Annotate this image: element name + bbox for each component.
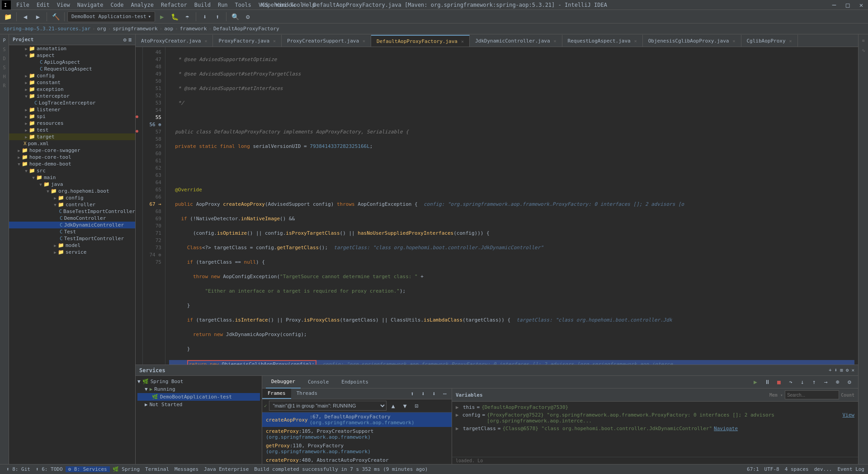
tree-DemoController[interactable]: C DemoController [9, 215, 135, 222]
step-into-icon[interactable]: ↓ [797, 377, 807, 387]
status-terminal[interactable]: Terminal [142, 466, 172, 472]
status-event-log[interactable]: Event Log [837, 466, 864, 472]
thread-up-icon[interactable]: ▲ [388, 401, 398, 411]
breadcrumb-jar[interactable]: spring-aop-5.3.21-sources.jar [4, 26, 90, 32]
project-view-button[interactable]: 📁 [2, 11, 14, 23]
tree-spi[interactable]: ▶ 📁 spi [9, 113, 135, 120]
breadcrumb-org[interactable]: org [97, 26, 106, 32]
tree-interceptor[interactable]: ▼ 📁 interceptor [9, 93, 135, 100]
expand-icon[interactable]: ▶ [456, 412, 461, 418]
status-branch[interactable]: dev... [814, 466, 832, 472]
close-services-icon[interactable]: ✕ [851, 367, 854, 373]
status-spring[interactable]: 🌿 Spring [110, 466, 142, 472]
tab-AtoProxyCreator[interactable]: AtoProxyCreator.java ✕ [136, 35, 213, 47]
pin-icon[interactable]: ⬇ [418, 389, 428, 398]
tab-debugger[interactable]: Debugger [266, 376, 301, 389]
services-app-item[interactable]: 🌿 DemoBootApplication-test [137, 393, 260, 401]
tab-threads[interactable]: Threads [291, 389, 323, 399]
project-settings-icon[interactable]: ⚙ [123, 37, 127, 43]
breadcrumb-framework[interactable]: framework [180, 26, 207, 32]
tab-close-icon[interactable]: ✕ [789, 38, 792, 43]
status-encoding[interactable]: UTF-8 [764, 466, 779, 472]
restservices-icon[interactable]: R [0, 81, 9, 90]
copy-icon[interactable]: ⬆ [407, 389, 417, 398]
menu-file[interactable]: File [13, 0, 33, 10]
tab-close-icon[interactable]: ✕ [363, 38, 365, 43]
tree-main[interactable]: ▼ 📁 main [9, 174, 135, 181]
resume-icon[interactable]: ▶ [750, 377, 760, 387]
status-java-enterprise[interactable]: Java Enterprise [201, 466, 251, 472]
frame-item-0[interactable]: createAopProxy:67, DefaultAopProxyFactor… [262, 412, 452, 427]
tree-service[interactable]: ▶ 📁 service [9, 249, 135, 256]
tree-config2[interactable]: ▶ 📁 config [9, 194, 135, 201]
tab-close-icon[interactable]: ✕ [634, 38, 637, 43]
menu-analyze[interactable]: Analyze [127, 0, 157, 10]
tree-Test[interactable]: C Test [9, 228, 135, 235]
tab-console[interactable]: Console [302, 376, 334, 389]
soview-icon[interactable]: S [0, 63, 9, 71]
services-running-group[interactable]: ▼ ▶ Running [137, 385, 260, 393]
run-configuration-selector[interactable]: DemoBoot Application-test ▾ [67, 11, 155, 22]
db-icon[interactable]: D [0, 54, 9, 62]
tab-close-icon[interactable]: ✕ [273, 38, 276, 43]
group-icon[interactable]: ⊞ [840, 367, 843, 373]
tree-constant[interactable]: ▶ 📁 constant [9, 79, 135, 86]
tree-hope-demo-boot[interactable]: ▼ 📁 hope-demo-boot [9, 161, 135, 167]
tab-ProxyCreatorSupport[interactable]: ProxyCreatorSupport.java ✕ [282, 35, 371, 47]
git-push-button[interactable]: ⬆ [212, 11, 223, 23]
breadcrumb-springframework[interactable]: springframework [113, 26, 157, 32]
settings-icon[interactable]: ⚙ [844, 377, 854, 387]
tab-endpoints[interactable]: Endpoints [336, 376, 374, 389]
tree-java[interactable]: ▼ 📁 java [9, 181, 135, 188]
tree-BaseTestImportController[interactable]: C BaseTestImportController [9, 208, 135, 215]
tree-model[interactable]: ▶ 📁 model [9, 242, 135, 249]
status-todo[interactable]: ⬆ 6: TODO [33, 466, 66, 472]
expand-icon[interactable]: ▶ [456, 426, 461, 431]
right-icon-1[interactable]: ≡ [859, 36, 868, 44]
tree-aspect[interactable]: ▼ 📁 aspect [9, 52, 135, 59]
thread-filter-icon[interactable]: ⊡ [412, 401, 422, 411]
tab-close-icon[interactable]: ✕ [204, 38, 207, 43]
tree-target[interactable]: ▶ 📁 target [9, 133, 135, 140]
var-targetClass[interactable]: ▶ targetClass = {Class@6578} "class org.… [454, 425, 856, 432]
thread-down-icon[interactable]: ▼ [400, 401, 410, 411]
run-button[interactable]: ▶ [156, 11, 168, 23]
evaluate-icon[interactable]: ⊕ [833, 377, 843, 387]
step-over-icon[interactable]: ↷ [786, 377, 796, 387]
tree-annotation[interactable]: ▶ 📁 annotation [9, 45, 135, 52]
run-to-cursor-icon[interactable]: → [821, 377, 831, 387]
filter-frames-icon[interactable]: ⬇ [429, 389, 439, 398]
git-update-button[interactable]: ⬇ [199, 11, 211, 23]
tree-JdkDynamicController[interactable]: C JdkDynamicController [9, 222, 135, 228]
tab-DefaultAopProxyFactory[interactable]: DefaultAopProxyFactory.java ✕ [371, 35, 470, 47]
pause-icon[interactable]: ⏸ [762, 377, 772, 387]
tab-frames[interactable]: Frames [262, 389, 291, 399]
tree-hope-core-tool[interactable]: ▶ 📁 hope-core-tool [9, 154, 135, 161]
menu-code[interactable]: Code [107, 0, 127, 10]
tab-close-icon[interactable]: ✕ [554, 38, 557, 43]
tree-hope-core-swagger[interactable]: ▶ 📁 hope-core-swagger [9, 147, 135, 154]
tree-org-hopehomi[interactable]: ▼ 📁 org.hopehomi.boot [9, 188, 135, 194]
tree-pom[interactable]: X pom.xml [9, 140, 135, 147]
frame-item-1[interactable]: createProxy:105, ProxyCreatorSupport (or… [262, 427, 452, 441]
var-config[interactable]: ▶ config = {ProxyFactory@7522} "org.spri… [454, 411, 856, 425]
view-link[interactable]: View [843, 412, 855, 418]
coverage-button[interactable]: ☂ [181, 11, 193, 23]
navigate-link[interactable]: Navigate [714, 426, 738, 431]
thread-selector[interactable]: "main"@1 in group "main": RUNNING [269, 401, 387, 411]
add-service-icon[interactable]: + [829, 367, 832, 373]
status-spaces[interactable]: 4 spaces [785, 466, 809, 472]
services-not-started[interactable]: ▶ Not Started [137, 401, 260, 408]
menu-navigate[interactable]: Navigate [74, 0, 107, 10]
code-content[interactable]: * @see AdvisedSupport#setOptimize * @see… [165, 47, 858, 365]
menu-view[interactable]: View [53, 0, 74, 10]
tab-CglibAopProxy[interactable]: CglibAopProxy ✕ [741, 35, 798, 47]
menu-refactor[interactable]: Refactor [157, 0, 191, 10]
build-button[interactable]: 🔨 [50, 11, 61, 23]
status-git[interactable]: ⬆ 8: Git [4, 466, 33, 472]
tree-LogTraceInterceptor[interactable]: C LogTraceInterceptor [9, 100, 135, 106]
tab-close-icon[interactable]: ✕ [461, 39, 464, 44]
code-editor[interactable]: ● ● 46 47 48 49 50 51 52 53 54 [136, 47, 858, 365]
tree-ApiLogAspect[interactable]: C ApiLogAspect [9, 59, 135, 66]
close-button[interactable]: ✕ [854, 0, 868, 10]
